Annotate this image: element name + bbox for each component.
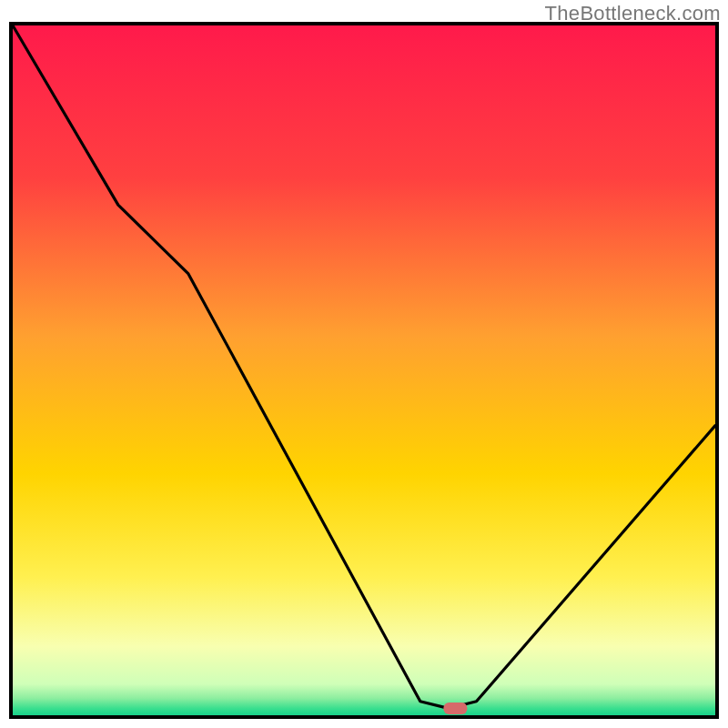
optimum-marker xyxy=(443,703,467,714)
watermark-text: TheBottleneck.com xyxy=(545,2,721,25)
gradient-background xyxy=(13,25,715,715)
chart-frame: TheBottleneck.com xyxy=(0,0,728,728)
bottleneck-chart xyxy=(0,0,728,728)
plot-area xyxy=(11,24,717,717)
